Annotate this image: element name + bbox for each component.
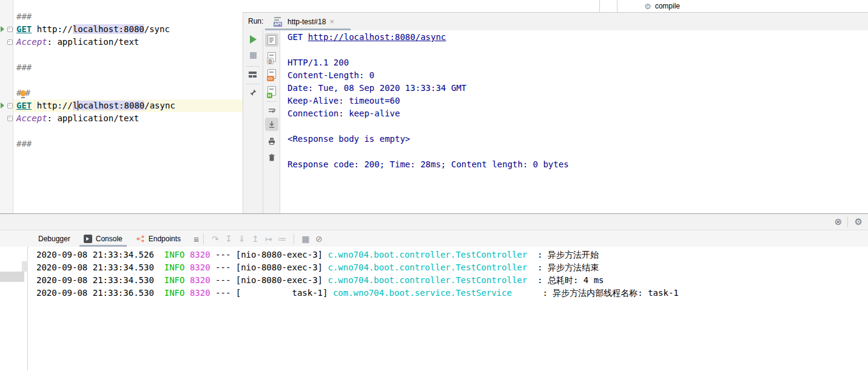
code-line: [288, 145, 868, 158]
maven-task-compile[interactable]: ⚙ compile: [644, 1, 680, 12]
fold-marker-icon[interactable]: [7, 27, 13, 32]
fold-marker-icon[interactable]: [7, 116, 13, 121]
view-breakpoints-icon[interactable]: ▦: [299, 234, 312, 244]
ide-window: ###GET http://localhost:8080/syncAccept:…: [0, 0, 868, 371]
step-into-icon[interactable]: ↧: [222, 234, 235, 244]
step-out-icon[interactable]: ↥: [249, 234, 262, 244]
code-line: ###: [13, 61, 243, 74]
endpoints-icon: [136, 235, 145, 243]
mute-breakpoints-icon[interactable]: ⊘: [312, 234, 326, 244]
code-line: GET http://localhost:8080/async: [13, 99, 243, 112]
task-gear-icon: ⚙: [644, 2, 651, 10]
maven-panel-sliver: ⚙ compile: [243, 0, 868, 12]
soft-wrap-button[interactable]: [265, 104, 278, 118]
view-as-xml-button[interactable]: <>: [265, 67, 278, 81]
code-line: [13, 48, 243, 61]
step-over-icon[interactable]: ↷: [209, 234, 222, 244]
log-console[interactable]: 2020-09-08 21:33:34.526 INFO 8320 --- [n…: [29, 247, 868, 371]
scrollbar-thumb[interactable]: [0, 272, 24, 282]
debug-header: ⊕ ⚙: [0, 214, 868, 230]
code-line: HTTP/1.1 200: [288, 56, 868, 69]
editor-gutter: [0, 0, 13, 215]
view-toolbar: {} <> H: [263, 30, 280, 214]
fold-marker-icon[interactable]: [7, 103, 13, 109]
editor-text[interactable]: ###GET http://localhost:8080/syncAccept:…: [13, 10, 243, 150]
force-step-into-icon[interactable]: ⇓: [235, 234, 249, 244]
console-icon: [84, 235, 92, 243]
stop-button[interactable]: [250, 52, 257, 59]
code-line: GET http://localhost:8080/sync: [13, 23, 243, 36]
fold-marker-icon[interactable]: [7, 39, 13, 45]
options-menu-icon[interactable]: ≡: [193, 234, 198, 244]
code-line: ###: [13, 138, 243, 150]
code-line: 2020-09-08 21:33:34.530 INFO 8320 --- [n…: [36, 261, 868, 274]
divider: [617, 0, 617, 12]
code-line: Response code: 200; Time: 28ms; Content …: [288, 158, 868, 171]
code-line: Date: Tue, 08 Sep 2020 13:33:34 GMT: [288, 82, 868, 95]
run-tab-http-test[interactable]: API http-test#18 ×: [270, 13, 338, 30]
code-line: 2020-09-08 21:33:34.526 INFO 8320 --- [n…: [36, 249, 868, 261]
code-line: Accept: application/text: [13, 36, 243, 48]
view-as-text-button[interactable]: [265, 33, 278, 47]
run-request-gutter-icon[interactable]: [1, 102, 4, 109]
divider: [599, 0, 600, 12]
code-line: ##: [13, 87, 243, 99]
evaluate-expression-icon[interactable]: ≔: [275, 234, 289, 244]
run-toolbar: [243, 30, 263, 214]
run-to-cursor-icon[interactable]: ↦: [262, 234, 275, 244]
code-line: Accept: application/text: [13, 112, 243, 125]
code-line: [288, 44, 868, 56]
http-request-file-icon: API: [274, 16, 284, 27]
code-line: <Response body is empty>: [288, 133, 868, 145]
view-as-json-button[interactable]: {}: [265, 50, 278, 64]
run-header: Run: API http-test#18 ×: [243, 13, 868, 31]
restore-layout-button[interactable]: [249, 71, 257, 78]
http-response-console[interactable]: GET http://localhost:8080/asyncHTTP/1.1 …: [280, 30, 868, 213]
layout-settings-icon[interactable]: ⊕: [832, 215, 845, 228]
debug-tabs-bar: Debugger Console Endpoints ≡ ↷↧⇓↥↦≔ ▦⊘: [0, 230, 868, 248]
divider: [203, 233, 204, 244]
run-request-gutter-icon[interactable]: [1, 26, 4, 32]
view-as-html-button[interactable]: H: [265, 84, 278, 98]
code-line: 2020-09-08 21:33:34.530 INFO 8320 --- [n…: [36, 274, 868, 287]
code-line: [13, 74, 243, 87]
run-tool-window: Run: API http-test#18 × {} <>: [243, 12, 868, 213]
code-line: [288, 120, 868, 133]
close-tab-icon[interactable]: ×: [329, 17, 334, 26]
settings-gear-icon[interactable]: ⚙: [855, 216, 863, 227]
maven-task-label: compile: [655, 2, 680, 10]
divider: [294, 233, 294, 244]
code-line: ###: [13, 10, 243, 23]
tab-debugger[interactable]: Debugger: [32, 230, 77, 247]
run-tab-label: http-test#18: [288, 18, 326, 26]
code-line: 2020-09-08 21:33:36.530 INFO 8320 --- [ …: [36, 287, 868, 299]
clear-all-trash-icon[interactable]: [265, 151, 278, 164]
scroll-to-end-button[interactable]: [265, 118, 278, 131]
debug-left-strip: [0, 247, 28, 371]
rerun-request-button[interactable]: [250, 35, 257, 44]
tab-console[interactable]: Console: [77, 230, 129, 247]
scrollbar-track: [22, 261, 28, 272]
code-line: Keep-Alive: timeout=60: [288, 95, 868, 107]
code-line: Content-Length: 0: [288, 69, 868, 82]
tab-endpoints[interactable]: Endpoints: [129, 230, 187, 247]
code-line: GET http://localhost:8080/async: [288, 31, 868, 44]
code-line: [13, 125, 243, 138]
print-button[interactable]: [265, 135, 278, 148]
http-request-editor[interactable]: ###GET http://localhost:8080/syncAccept:…: [0, 0, 243, 215]
pin-icon[interactable]: [249, 89, 257, 97]
debug-tool-window: ⊕ ⚙ Debugger Console Endpoints ≡ ↷↧⇓↥↦≔: [0, 213, 868, 371]
code-line: Connection: keep-alive: [288, 107, 868, 120]
divider: [847, 216, 848, 227]
run-label: Run:: [248, 13, 263, 30]
